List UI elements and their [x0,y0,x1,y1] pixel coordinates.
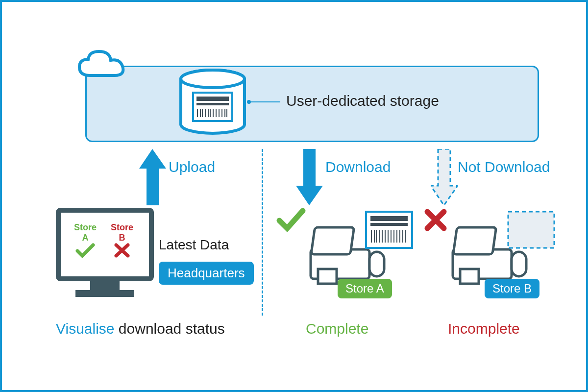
download-label: Download [325,159,391,175]
diagram-frame: User-dedicated storage Upload Download N… [0,0,588,392]
cross-icon [423,208,448,232]
headquarters-badge: Headquarters [159,262,254,285]
upload-arrow-icon [139,149,166,205]
svg-point-1 [181,70,245,88]
svg-rect-3 [196,97,229,101]
svg-rect-22 [369,252,384,276]
upload-label: Upload [169,159,215,175]
store-b-badge: Store B [485,279,539,298]
not-download-label: Not Download [458,159,550,175]
complete-label: Complete [306,320,368,337]
svg-rect-26 [370,223,408,226]
svg-rect-23 [318,269,337,284]
storage-label: User-dedicated storage [286,93,439,109]
connector-line [251,101,280,102]
incomplete-label: Incomplete [448,320,520,337]
svg-rect-21 [311,227,354,254]
database-icon [176,68,249,137]
label-a-icon [365,210,414,249]
svg-rect-18 [90,279,120,291]
check-icon [276,208,306,232]
visualise-caption: Visualise download status [56,320,225,337]
download-arrow-icon [296,149,323,205]
cloud-icon [75,49,129,83]
svg-rect-4 [196,103,229,105]
svg-rect-19 [75,290,134,297]
svg-rect-25 [370,216,408,221]
svg-rect-42 [512,252,526,276]
label-b-empty-icon [507,210,556,249]
not-download-arrow-icon [431,149,458,205]
svg-rect-43 [460,269,479,284]
connector-dot [247,100,251,104]
monitor-store-b: Store B [107,222,137,258]
svg-rect-41 [453,227,496,254]
store-a-badge: Store A [338,279,392,298]
latest-data-label: Latest Data [159,237,229,253]
svg-rect-44 [508,212,554,248]
monitor-store-a: Store A [71,222,100,258]
section-divider [262,149,263,316]
